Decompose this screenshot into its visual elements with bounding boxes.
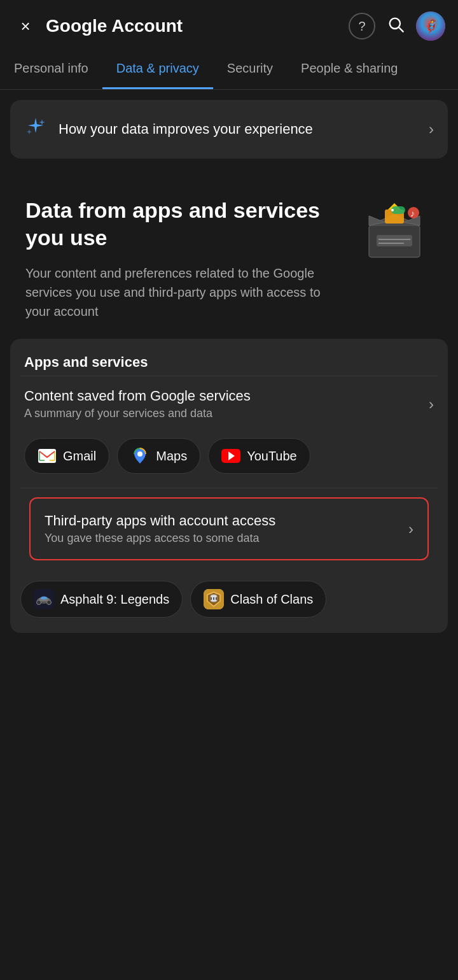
- svg-rect-26: [214, 597, 216, 600]
- avatar[interactable]: 🦸: [416, 11, 445, 41]
- tab-people-sharing[interactable]: People & sharing: [287, 50, 412, 89]
- third-party-text: Third-party apps with account access You…: [45, 513, 401, 545]
- asphalt-chip[interactable]: Asphalt 9: Legends: [20, 581, 183, 618]
- coc-chip[interactable]: Clash of Clans: [190, 581, 326, 618]
- data-apps-title: Data from apps and services you use: [25, 197, 346, 251]
- coc-icon: [204, 589, 224, 609]
- apps-services-card: Apps and services Content saved from Goo…: [10, 339, 448, 633]
- content-saved-text: Content saved from Google services A sum…: [24, 388, 421, 420]
- tab-bar: Personal info Data & privacy Security Pe…: [0, 50, 458, 90]
- svg-point-21: [41, 597, 47, 600]
- third-party-item[interactable]: Third-party apps with account access You…: [29, 497, 429, 560]
- content-saved-title: Content saved from Google services: [24, 388, 421, 404]
- svg-rect-25: [212, 597, 213, 600]
- third-party-wrapper: Third-party apps with account access You…: [10, 488, 448, 572]
- data-improves-text: How your data improves your experience: [59, 120, 417, 139]
- coc-chip-label: Clash of Clans: [230, 592, 313, 607]
- youtube-chip-label: YouTube: [247, 449, 297, 464]
- maps-chip-label: Maps: [156, 449, 187, 464]
- maps-icon: [130, 446, 149, 465]
- third-party-title: Third-party apps with account access: [45, 513, 401, 529]
- gmail-chip[interactable]: Gmail: [24, 438, 109, 474]
- data-apps-text-block: Data from apps and services you use Your…: [25, 197, 346, 321]
- svg-point-19: [37, 600, 41, 605]
- data-apps-description: Your content and preferences related to …: [25, 264, 346, 321]
- data-apps-content: Data from apps and services you use Your…: [10, 176, 448, 339]
- svg-rect-9: [377, 235, 412, 246]
- data-apps-illustration: ♪: [356, 190, 433, 260]
- third-party-subtitle: You gave these apps access to some data: [45, 532, 401, 545]
- tab-security[interactable]: Security: [213, 50, 287, 89]
- gmail-icon: [38, 446, 57, 465]
- sparkle-icon: [24, 115, 47, 143]
- data-apps-intro: Data from apps and services you use Your…: [0, 176, 458, 339]
- asphalt-icon: [34, 589, 54, 609]
- maps-chip[interactable]: Maps: [117, 438, 200, 474]
- asphalt-chip-label: Asphalt 9: Legends: [60, 592, 169, 607]
- content-saved-subtitle: A summary of your services and data: [24, 407, 421, 420]
- youtube-icon: [221, 449, 240, 463]
- header: × Google Account ? 🦸: [0, 0, 458, 50]
- svg-point-15: [137, 451, 142, 457]
- content-saved-item[interactable]: Content saved from Google services A sum…: [10, 376, 448, 432]
- apps-services-title: Apps and services: [10, 339, 448, 376]
- data-improves-card[interactable]: How your data improves your experience ›: [10, 100, 448, 159]
- youtube-play-icon: [228, 451, 235, 460]
- search-icon: [387, 15, 405, 33]
- youtube-chip[interactable]: YouTube: [208, 438, 310, 474]
- svg-point-13: [391, 209, 394, 211]
- tab-data-privacy[interactable]: Data & privacy: [102, 50, 213, 89]
- tab-personal-info[interactable]: Personal info: [0, 50, 102, 89]
- help-button[interactable]: ?: [349, 13, 375, 39]
- page-title: Google Account: [46, 16, 341, 36]
- help-icon: ?: [358, 19, 365, 34]
- svg-rect-24: [211, 597, 217, 600]
- svg-text:♪: ♪: [410, 208, 415, 218]
- content-saved-chevron: ›: [429, 395, 434, 413]
- chevron-right-icon: ›: [429, 120, 434, 138]
- avatar-image: 🦸: [416, 11, 445, 41]
- gmail-chip-label: Gmail: [63, 449, 96, 464]
- svg-text:🦸: 🦸: [423, 18, 439, 34]
- search-button[interactable]: [383, 15, 408, 38]
- svg-point-20: [47, 600, 52, 605]
- close-button[interactable]: ×: [13, 17, 38, 36]
- svg-line-1: [399, 27, 403, 31]
- service-chips: Gmail Maps YouTube: [10, 432, 448, 488]
- third-party-chevron: ›: [408, 520, 413, 538]
- third-party-chips: Asphalt 9: Legends Clash of Clans: [10, 572, 448, 633]
- data-improves-section: How your data improves your experience ›: [10, 100, 448, 159]
